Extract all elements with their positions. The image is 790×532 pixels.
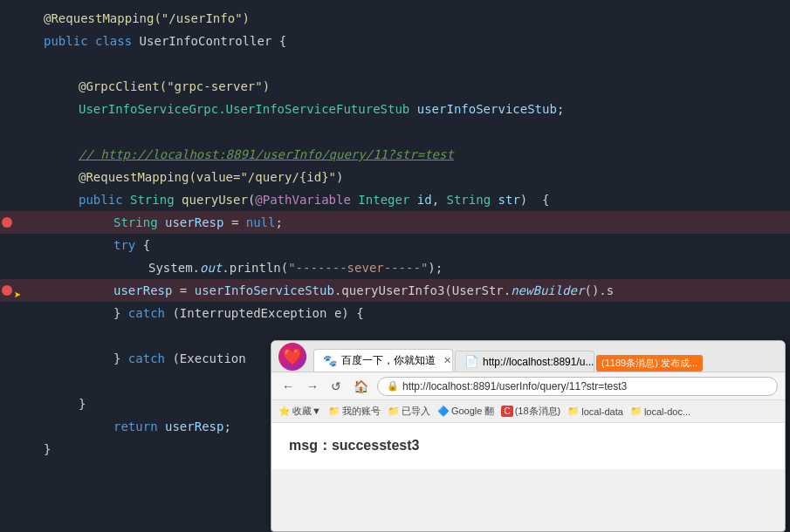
url-text: http://localhost:8891/userInfo/query/11?…: [402, 380, 627, 392]
response-message: msg：successtest3: [289, 438, 419, 453]
security-icon: 🔒: [387, 380, 399, 392]
browser-tabs: 🐾 百度一下，你就知道 ✕ 📄 http://localhost:8891/u.…: [313, 341, 778, 372]
code-token: (Execution: [165, 347, 246, 370]
bookmark-favorites[interactable]: ⭐ 收藏▼: [278, 405, 321, 418]
browser-bookmarks: ⭐ 收藏▼ 📁 我的账号 📁 已导入 🔷 Google 翻 C (18条消息) …: [271, 400, 785, 423]
browser-titlebar: ❤️ 🐾 百度一下，你就知道 ✕ 📄 http://localhost:8891…: [271, 341, 785, 372]
baidu-icon: 🐾: [323, 354, 337, 367]
code-token: }: [79, 392, 86, 415]
code-token: try: [113, 234, 135, 256]
breakpoint-indicator: [2, 285, 12, 296]
code-token: [88, 30, 95, 52]
code-token: [491, 188, 498, 211]
code-token: class: [95, 30, 132, 52]
browser-avatar: ❤️: [278, 343, 306, 371]
code-token: catch: [128, 302, 165, 324]
home-button[interactable]: 🏠: [350, 378, 372, 395]
bookmark-label: 收藏▼: [292, 405, 321, 418]
code-token: );: [428, 256, 443, 279]
code-token: null: [246, 211, 276, 234]
code-token: ;: [557, 98, 564, 120]
code-token: "-------sever-----": [288, 256, 428, 279]
code-token: .println(: [222, 256, 288, 279]
code-token: userInfoServiceStub: [417, 98, 557, 120]
code-token: @RequestMapping(value="/query/{id}"): [79, 166, 343, 188]
code-token: userResp: [165, 415, 223, 438]
code-token: queryUser: [182, 188, 248, 211]
code-token: }: [113, 347, 128, 370]
bookmark-local-doc[interactable]: 📁 local-doc...: [630, 406, 690, 417]
folder-icon: 📁: [567, 406, 580, 417]
code-line: try {: [0, 234, 790, 256]
bookmark-imported[interactable]: 📁 已导入: [388, 405, 430, 418]
code-line: // http://localhost:8891/userInfo/query/…: [0, 143, 790, 166]
refresh-button[interactable]: ↺: [327, 378, 345, 395]
code-token: [123, 188, 130, 211]
google-icon: 🔷: [437, 406, 450, 417]
bookmark-label: (18条消息): [515, 405, 561, 418]
code-token: UserInfoServiceGrpc.UserInfoServiceFutur…: [79, 98, 409, 120]
tab-label: http://localhost:8891/u...: [483, 356, 594, 368]
code-token: =: [223, 211, 245, 234]
code-token: System.: [148, 256, 200, 279]
browser-tab-localhost[interactable]: 📄 http://localhost:8891/u...: [455, 351, 594, 372]
code-token: [158, 415, 165, 438]
bookmark-csdn-messages[interactable]: C (18条消息): [501, 405, 560, 418]
code-token: @GrpcClient("grpc-server"): [79, 75, 270, 98]
url-bar[interactable]: 🔒 http://localhost:8891/userInfo/query/1…: [377, 377, 778, 396]
code-line: public class UserInfoController {: [0, 30, 790, 52]
tab-label: 百度一下，你就知道: [341, 353, 436, 368]
code-token: Integer: [358, 188, 409, 211]
code-token: ;: [223, 415, 230, 438]
star-icon: ⭐: [278, 406, 291, 417]
code-token: {: [135, 234, 150, 256]
code-token: String: [130, 188, 175, 211]
back-button[interactable]: ←: [278, 378, 298, 395]
browser-toolbar: ← → ↺ 🏠 🔒 http://localhost:8891/userInfo…: [271, 372, 785, 400]
code-token: (InterruptedException e) {: [165, 302, 364, 324]
code-token: public: [79, 188, 123, 211]
code-token: ;: [275, 211, 282, 234]
breakpoint-indicator: [2, 217, 12, 228]
folder-icon: 📁: [328, 406, 340, 417]
bookmark-label: local-data: [581, 406, 623, 417]
code-token: (: [248, 188, 255, 211]
code-line: } catch (InterruptedException e) {: [0, 302, 790, 324]
code-token: ().s: [584, 279, 614, 302]
code-token: userResp: [113, 279, 172, 302]
code-line: @GrpcClient("grpc-server"): [0, 75, 790, 98]
code-line: public String queryUser ( @PathVariable …: [0, 188, 790, 211]
code-line: @RequestMapping("/userInfo"): [0, 7, 790, 30]
folder-icon: 📁: [630, 406, 642, 417]
bookmark-account[interactable]: 📁 我的账号: [328, 405, 381, 418]
code-token: newBuilder: [511, 279, 584, 302]
bookmark-local-data[interactable]: 📁 local-data: [567, 406, 623, 417]
code-token: public: [44, 30, 88, 52]
code-line: UserInfoServiceGrpc.UserInfoServiceFutur…: [0, 98, 790, 120]
code-token: @PathVariable: [255, 188, 351, 211]
code-token: }: [44, 438, 51, 460]
code-token: // http://localhost:8891/userInfo/query/…: [79, 143, 454, 166]
browser-tab-csdn[interactable]: (1189条消息) 发布成...: [596, 355, 703, 372]
code-token: [175, 188, 182, 211]
code-token: .queryUserInfo3(UserStr.: [334, 279, 511, 302]
code-token: [351, 188, 358, 211]
code-token: UserInfoController {: [132, 30, 286, 52]
code-token: return: [113, 415, 158, 438]
bookmark-google-translate[interactable]: 🔷 Google 翻: [437, 405, 495, 418]
forward-button[interactable]: →: [303, 378, 322, 395]
code-token: String: [113, 211, 158, 234]
code-line: @RequestMapping(value="/query/{id}"): [0, 166, 790, 188]
code-token: id: [417, 188, 432, 211]
bookmark-label: local-doc...: [644, 406, 690, 417]
code-line: [0, 120, 790, 143]
code-token: catch: [128, 347, 165, 370]
tab-close-button[interactable]: ✕: [443, 355, 451, 366]
code-line-highlighted: ➤ userResp = userInfoServiceStub .queryU…: [0, 279, 790, 302]
code-token: out: [200, 256, 222, 279]
csdn-badge: C: [501, 406, 512, 417]
bookmark-label: 已导入: [402, 405, 430, 418]
browser-popup[interactable]: ❤️ 🐾 百度一下，你就知道 ✕ 📄 http://localhost:8891…: [271, 340, 786, 532]
code-token: ,: [432, 188, 447, 211]
browser-tab-baidu[interactable]: 🐾 百度一下，你就知道 ✕: [313, 349, 453, 372]
